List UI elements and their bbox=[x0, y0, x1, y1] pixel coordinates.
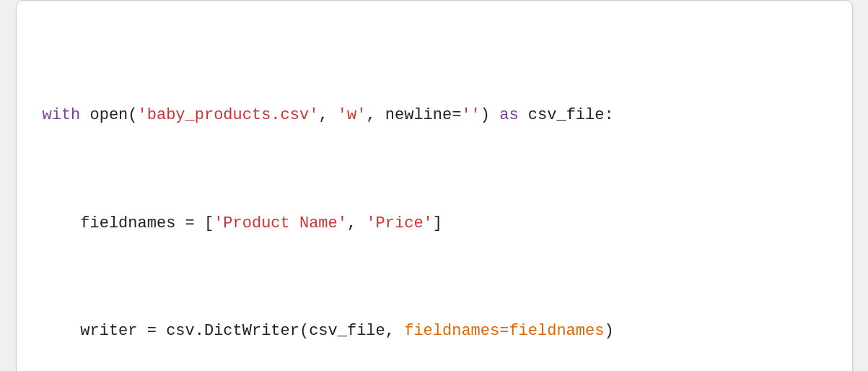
code-line-2: fieldnames = ['Product Name', 'Price'] bbox=[43, 210, 826, 237]
code-container: with open('baby_products.csv', 'w', newl… bbox=[16, 0, 853, 371]
code-indent: fieldnames = [ bbox=[43, 214, 214, 232]
string-filename: 'baby_products.csv' bbox=[138, 106, 319, 124]
keyword-as: as bbox=[499, 106, 518, 124]
code-text: open( bbox=[80, 106, 137, 124]
code-text: ] bbox=[433, 214, 442, 232]
string-newline: '' bbox=[461, 106, 480, 124]
string-mode: 'w' bbox=[338, 106, 367, 124]
code-text: csv_file: bbox=[519, 106, 614, 124]
code-line-1: with open('baby_products.csv', 'w', newl… bbox=[43, 102, 826, 128]
code-line-3: writer = csv.DictWriter(csv_file, fieldn… bbox=[43, 318, 826, 344]
keyword-with: with bbox=[43, 106, 81, 124]
param-fieldnames: fieldnames=fieldnames bbox=[404, 322, 604, 340]
code-block: with open('baby_products.csv', 'w', newl… bbox=[43, 21, 826, 371]
code-text: , bbox=[318, 106, 337, 124]
code-text: , bbox=[347, 214, 366, 232]
string-product-name: 'Product Name' bbox=[214, 214, 347, 232]
code-text: ) bbox=[604, 322, 613, 340]
code-indent: writer = csv.DictWriter(csv_file, bbox=[43, 322, 405, 340]
string-price: 'Price' bbox=[366, 214, 432, 232]
code-text: , newline= bbox=[366, 106, 461, 124]
code-text: ) bbox=[481, 106, 499, 124]
